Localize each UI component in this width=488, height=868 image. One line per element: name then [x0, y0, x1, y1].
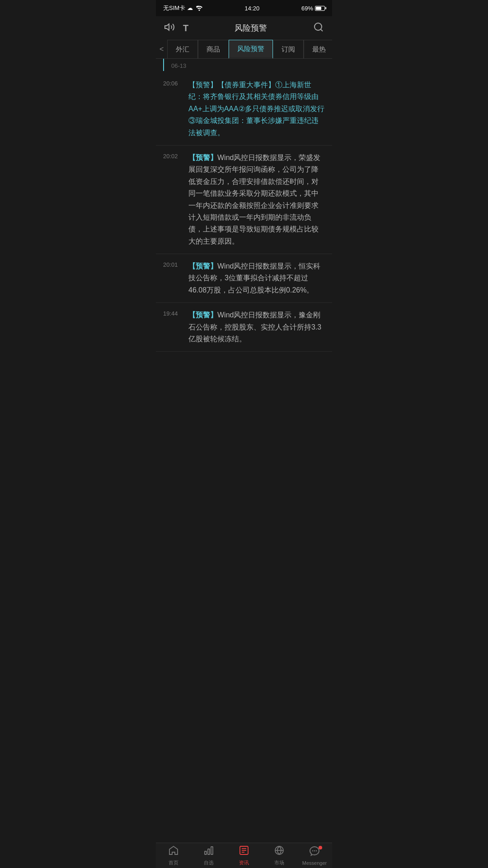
nav-home[interactable]: 首页 [156, 843, 191, 868]
status-right: 69% [301, 5, 325, 12]
news-item[interactable]: 20:02 【预警】Wind风控日报数据显示，荣盛发展回复深交所年报问询函称，公… [156, 146, 332, 254]
news-time: 20:02 [163, 152, 183, 247]
svg-rect-5 [211, 847, 213, 854]
search-icon[interactable] [313, 22, 324, 34]
tab-forex[interactable]: 外汇 [167, 40, 198, 59]
status-time: 14:20 [245, 5, 260, 12]
nav-watchlist[interactable]: 自选 [191, 843, 226, 868]
news-time: 19:44 [163, 309, 183, 345]
nav-news-label: 资讯 [239, 859, 249, 866]
nav-market[interactable]: 市场 [262, 843, 297, 868]
tab-navigation: < 外汇 商品 风险预警 订阅 最热 [156, 40, 332, 59]
nav-home-label: 首页 [169, 859, 178, 866]
svg-line-2 [321, 29, 323, 31]
date-divider: 06-13 [163, 59, 332, 71]
nav-messenger-label: Messenger [302, 860, 327, 866]
messenger-badge [319, 846, 322, 849]
news-content: 【预警】Wind风控日报数据显示，荣盛发展回复深交所年报问询函称，公司为了降低资… [188, 152, 325, 247]
app-bar: T 风险预警 [156, 16, 332, 40]
news-content: 【预警】【债券重大事件】①上海新世纪：将齐鲁银行及其相关债券信用等级由AA+上调… [188, 79, 325, 139]
svg-rect-3 [205, 851, 206, 854]
news-item[interactable]: 19:44 【预警】Wind风控日报数据显示，豫金刚石公告称，控股股东、实控人合… [156, 303, 332, 352]
tab-subscribe[interactable]: 订阅 [273, 40, 304, 59]
news-time: 20:06 [163, 79, 183, 139]
font-icon[interactable]: T [183, 23, 188, 33]
nav-watchlist-label: 自选 [204, 859, 214, 866]
news-item[interactable]: 20:01 【预警】Wind风控日报数据显示，恒实科技公告称，3位董事拟合计减持… [156, 254, 332, 303]
status-left: 无SIM卡 ☁ [163, 4, 203, 12]
tab-commodity[interactable]: 商品 [198, 40, 229, 59]
svg-marker-0 [165, 24, 169, 30]
svg-point-1 [314, 23, 322, 30]
nav-messenger[interactable]: Messenger [297, 843, 332, 868]
news-feed: 06-13 20:06 【预警】【债券重大事件】①上海新世纪：将齐鲁银行及其相关… [156, 59, 332, 352]
home-icon [168, 845, 179, 859]
tab-hot[interactable]: 最热 [304, 40, 332, 59]
sound-icon[interactable] [164, 22, 175, 34]
news-item[interactable]: 20:06 【预警】【债券重大事件】①上海新世纪：将齐鲁银行及其相关债券信用等级… [156, 73, 332, 146]
wifi-icon [196, 5, 203, 12]
chart-icon [203, 845, 214, 859]
battery-icon [315, 6, 325, 11]
page-title: 风险预警 [235, 23, 267, 33]
status-bar: 无SIM卡 ☁ 14:20 69% [156, 0, 332, 16]
bottom-navigation: 首页 自选 资讯 [156, 843, 332, 868]
tab-scroll-left[interactable]: < [156, 45, 167, 53]
news-content: 【预警】Wind风控日报数据显示，恒实科技公告称，3位董事拟合计减持不超过46.… [188, 260, 325, 296]
news-content: 【预警】Wind风控日报数据显示，豫金刚石公告称，控股股东、实控人合计所持3.3… [188, 309, 325, 345]
battery-percent: 69% [301, 5, 313, 12]
globe-icon [274, 845, 285, 859]
svg-rect-4 [208, 849, 210, 854]
nav-market-label: 市场 [274, 859, 284, 866]
news-time: 20:01 [163, 260, 183, 296]
tab-risk-warning[interactable]: 风险预警 [229, 40, 273, 59]
nav-news[interactable]: 资讯 [226, 843, 262, 868]
app-bar-left: T [164, 22, 188, 34]
news-icon [239, 845, 249, 859]
sim-status: 无SIM卡 ☁ [163, 4, 193, 12]
